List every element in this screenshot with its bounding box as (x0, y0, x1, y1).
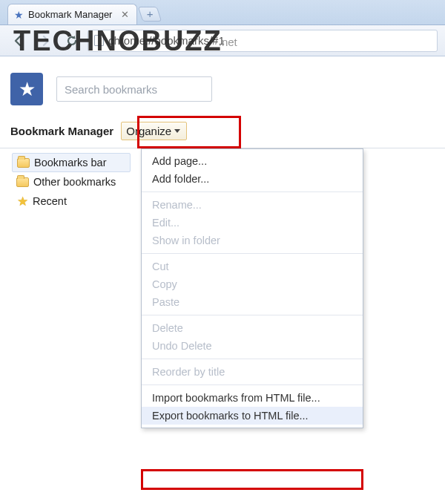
menu-export-html[interactable]: Export bookmarks to HTML file... (142, 407, 363, 425)
bookmarks-logo-icon: ★ (10, 73, 43, 105)
address-bar[interactable]: chrome://bookmarks/#1 (88, 30, 438, 52)
close-icon[interactable]: ✕ (121, 9, 129, 20)
menu-cut: Cut (142, 258, 363, 275)
star-icon: ★ (14, 10, 24, 20)
new-tab-button[interactable] (138, 7, 162, 22)
menu-add-folder[interactable]: Add folder... (142, 170, 363, 188)
menu-copy: Copy (142, 275, 363, 293)
url-text: chrome://bookmarks/#1 (108, 34, 225, 47)
search-input[interactable]: Search bookmarks (56, 76, 212, 102)
menu-edit: Edit... (142, 214, 363, 232)
page-body: ★ Search bookmarks Bookmark Manager Orga… (0, 56, 445, 504)
tab-strip: ★ Bookmark Manager ✕ (0, 0, 445, 25)
sidebar: Bookmarks bar Other bookmarks ★ Recent (0, 148, 131, 504)
tab-title: Bookmark Manager (28, 9, 112, 20)
menu-separator (142, 315, 363, 315)
chevron-down-icon (174, 129, 180, 133)
menu-import-html[interactable]: Import bookmarks from HTML file... (142, 389, 363, 407)
sidebar-item-label: Bookmarks bar (34, 157, 107, 168)
forward-button[interactable] (34, 30, 56, 52)
menu-add-page[interactable]: Add page... (142, 152, 363, 170)
header-row: Bookmark Manager Organize (0, 116, 445, 148)
navigation-bar: chrome://bookmarks/#1 (0, 25, 445, 56)
menu-separator (142, 253, 363, 254)
page-title: Bookmark Manager (10, 125, 113, 137)
sidebar-item-label: Recent (33, 195, 67, 207)
folder-icon (17, 158, 30, 168)
star-icon: ★ (16, 195, 28, 207)
menu-separator (142, 359, 363, 359)
menu-show-in-folder: Show in folder (142, 232, 363, 249)
sidebar-item-label: Other bookmarks (33, 176, 116, 188)
menu-rename: Rename... (142, 196, 363, 214)
highlight-export (141, 469, 363, 490)
menu-undo-delete: Undo Delete (142, 337, 363, 355)
back-button[interactable] (7, 30, 30, 52)
browser-tab[interactable]: ★ Bookmark Manager ✕ (7, 4, 137, 24)
organize-menu-button[interactable]: Organize (121, 122, 187, 140)
top-search-row: ★ Search bookmarks (0, 56, 445, 116)
menu-paste: Paste (142, 293, 363, 311)
page-icon (94, 35, 104, 46)
menu-separator (142, 384, 363, 385)
sidebar-item-recent[interactable]: ★ Recent (12, 192, 131, 211)
reload-button[interactable] (61, 30, 83, 52)
organize-label: Organize (126, 125, 171, 137)
menu-delete: Delete (142, 319, 363, 337)
menu-separator (142, 192, 363, 192)
sidebar-item-other-bookmarks[interactable]: Other bookmarks (12, 172, 131, 192)
organize-menu: Add page... Add folder... Rename... Edit… (141, 148, 363, 428)
folder-icon (16, 177, 29, 187)
sidebar-item-bookmarks-bar[interactable]: Bookmarks bar (12, 153, 131, 172)
content-area: Bookmarks bar Other bookmarks ★ Recent A… (0, 148, 445, 504)
menu-reorder-by-title: Reorder by title (142, 363, 363, 381)
